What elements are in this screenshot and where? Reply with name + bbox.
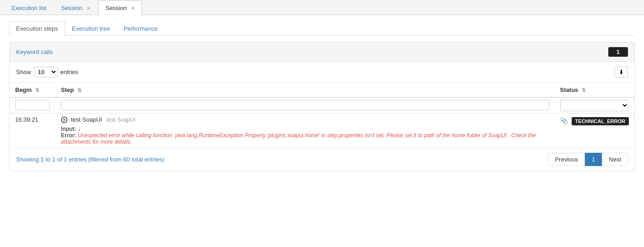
tab-execution-list[interactable]: Execution list: [5, 0, 54, 15]
close-session-1-icon[interactable]: ✕: [87, 5, 91, 11]
step-keyword: test SoapUI: [107, 117, 136, 123]
filter-row: TECHNICAL_ERROR PASSED FAILED: [10, 97, 634, 113]
row-begin: 16:39:21: [10, 113, 55, 148]
input-label: Input:: [61, 126, 76, 132]
row-status: 📎 TECHNICAL_ERROR: [555, 113, 634, 148]
filter-step-cell: [55, 97, 555, 113]
sub-tab-execution-tree[interactable]: Execution tree: [65, 21, 117, 36]
music-icon: ♩: [78, 126, 81, 132]
entries-select[interactable]: 10 25 50 100: [34, 67, 58, 77]
col-begin-label: Begin: [15, 86, 32, 93]
col-begin: Begin ⇅: [10, 83, 55, 97]
col-status: Status ⇅: [555, 83, 634, 97]
sub-tab-label-execution-tree: Execution tree: [72, 25, 110, 32]
sort-begin-icon[interactable]: ⇅: [35, 87, 39, 93]
previous-button[interactable]: Previous: [548, 153, 585, 166]
attachment-icon: 📎: [560, 117, 568, 124]
card-title: Keyword calls: [16, 48, 53, 55]
table-footer: Showing 1 to 1 of 1 entries (filtered fr…: [10, 148, 634, 171]
tab-label-session-2: Session: [105, 5, 126, 11]
close-session-2-icon[interactable]: ✕: [131, 5, 135, 11]
tab-label-execution-list: Execution list: [11, 5, 47, 11]
pagination: Previous 1 Next: [548, 153, 628, 166]
begin-value: 16:39:21: [15, 116, 38, 123]
download-icon: ⬇: [619, 69, 624, 75]
filter-begin-input[interactable]: [15, 100, 50, 110]
tabs-bar: Execution list Session ✕ Session ✕: [0, 0, 644, 15]
table-header-row: Begin ⇅ Step ⇅ Status ⇅: [10, 83, 634, 97]
sub-tab-label-execution-steps: Execution steps: [16, 25, 58, 32]
card-badge: 1: [608, 47, 628, 57]
next-button[interactable]: Next: [602, 153, 628, 166]
status-badge: TECHNICAL_ERROR: [572, 117, 629, 125]
error-block: Input: ♩ Error: Unexpected error while c…: [61, 126, 549, 145]
target-icon: [61, 117, 67, 123]
download-button[interactable]: ⬇: [615, 66, 628, 78]
tab-session-1[interactable]: Session ✕: [55, 0, 98, 15]
sub-tab-execution-steps[interactable]: Execution steps: [9, 21, 65, 36]
sort-status-icon[interactable]: ⇅: [582, 87, 586, 93]
col-step-label: Step: [61, 86, 74, 93]
card-header: Keyword calls 1: [10, 43, 634, 62]
page-1-button[interactable]: 1: [585, 153, 602, 166]
keyword-calls-card: Keyword calls 1 Show 10 25 50 100 entrie…: [9, 42, 635, 171]
sort-step-icon[interactable]: ⇅: [77, 87, 82, 93]
row-step: test SoapUI test SoapUI Input: ♩ Error: …: [55, 113, 555, 148]
main-content: Keyword calls 1 Show 10 25 50 100 entrie…: [0, 36, 644, 177]
sub-tab-label-performance: Performance: [124, 25, 158, 32]
filter-status-cell: TECHNICAL_ERROR PASSED FAILED: [555, 97, 634, 113]
footer-info: Showing 1 to 1 of 1 entries (filtered fr…: [16, 156, 164, 163]
keyword-calls-table: Begin ⇅ Step ⇅ Status ⇅: [10, 83, 634, 148]
step-name: test SoapUI: [71, 116, 102, 123]
entries-suffix: entries: [60, 69, 78, 75]
input-line: Input: ♩: [61, 126, 549, 132]
table-row: 16:39:21 test SoapUI test SoapUI Input: …: [10, 113, 634, 148]
tab-session-2[interactable]: Session ✕: [98, 0, 142, 15]
show-entries-left: Show 10 25 50 100 entries: [16, 67, 78, 77]
error-line: Error: Unexpected error while calling fu…: [61, 132, 549, 145]
filter-step-input[interactable]: [61, 100, 549, 110]
filter-status-select[interactable]: TECHNICAL_ERROR PASSED FAILED: [560, 100, 629, 111]
tab-label-session-1: Session: [61, 5, 82, 11]
show-entries-row: Show 10 25 50 100 entries ⬇: [10, 62, 634, 83]
col-status-label: Status: [560, 86, 579, 93]
error-message: Unexpected error while calling function:…: [61, 132, 536, 145]
show-label: Show: [16, 69, 31, 75]
col-step: Step ⇅: [55, 83, 555, 97]
error-label: Error:: [61, 132, 76, 139]
filter-begin-cell: [10, 97, 55, 113]
sub-tabs: Execution steps Execution tree Performan…: [9, 21, 635, 36]
sub-tab-performance[interactable]: Performance: [117, 21, 164, 36]
